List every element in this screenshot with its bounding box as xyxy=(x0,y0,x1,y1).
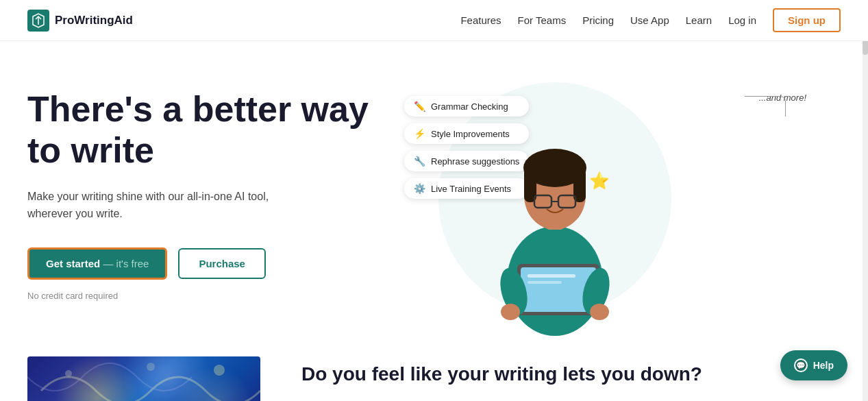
purchase-button[interactable]: Purchase xyxy=(178,248,266,279)
starry-night-image xyxy=(27,356,260,401)
bottom-right: Do you feel like your writing lets you d… xyxy=(301,356,841,385)
swirl-svg xyxy=(27,356,260,401)
nav-signup-button[interactable]: Sign up xyxy=(773,8,841,32)
svg-point-17 xyxy=(590,304,609,320)
nav-use-app[interactable]: Use App xyxy=(630,14,669,26)
nav-features[interactable]: Features xyxy=(460,14,501,26)
svg-point-19 xyxy=(65,370,72,377)
hero-illustration: ...and more! ⭐ ✏️ Grammar Checking ⚡ Sty… xyxy=(384,75,841,336)
help-icon: 💬 xyxy=(794,359,808,372)
help-button[interactable]: 💬 Help xyxy=(780,350,847,380)
nav-pricing[interactable]: Pricing xyxy=(582,14,614,26)
gear-icon: ⚙️ xyxy=(414,183,425,194)
scrollbar[interactable] xyxy=(863,0,868,401)
svg-rect-12 xyxy=(528,274,575,278)
no-credit-text: No credit card required xyxy=(27,291,370,301)
lightning-icon: ⚡ xyxy=(414,128,425,139)
svg-point-16 xyxy=(501,304,520,320)
free-text: — it's free xyxy=(103,258,149,269)
logo[interactable]: ProWritingAid xyxy=(27,10,133,32)
get-started-label: Get started xyxy=(46,258,100,269)
nav-login[interactable]: Log in xyxy=(728,14,756,26)
logo-text: ProWritingAid xyxy=(55,14,133,27)
hero-content: There's a better way to write Make your … xyxy=(27,75,370,301)
nav-teams[interactable]: For Teams xyxy=(518,14,567,26)
svg-rect-13 xyxy=(528,281,562,284)
svg-point-18 xyxy=(214,365,225,376)
bottom-title: Do you feel like your writing lets you d… xyxy=(301,363,841,385)
hero-subtitle: Make your writing shine with our all-in-… xyxy=(27,188,288,223)
nav-learn[interactable]: Learn xyxy=(686,14,712,26)
person-illustration xyxy=(466,89,644,336)
wrench-icon: 🔧 xyxy=(414,156,425,167)
svg-point-20 xyxy=(147,363,155,371)
nav-links: Features For Teams Pricing Use App Learn… xyxy=(460,8,841,32)
navbar: ProWritingAid Features For Teams Pricing… xyxy=(0,0,868,41)
person-svg xyxy=(466,89,644,336)
logo-icon xyxy=(27,10,49,32)
bottom-section: Do you feel like your writing lets you d… xyxy=(0,356,868,401)
painting-thumbnail xyxy=(27,356,260,401)
and-more-line xyxy=(745,96,786,117)
hero-buttons: Get started — it's free Purchase xyxy=(27,247,370,280)
hero-title: There's a better way to write xyxy=(27,89,370,171)
pencil-icon: ✏️ xyxy=(414,101,425,112)
hero-section: There's a better way to write Make your … xyxy=(0,41,868,356)
get-started-button[interactable]: Get started — it's free xyxy=(27,247,167,280)
help-label: Help xyxy=(813,360,834,371)
